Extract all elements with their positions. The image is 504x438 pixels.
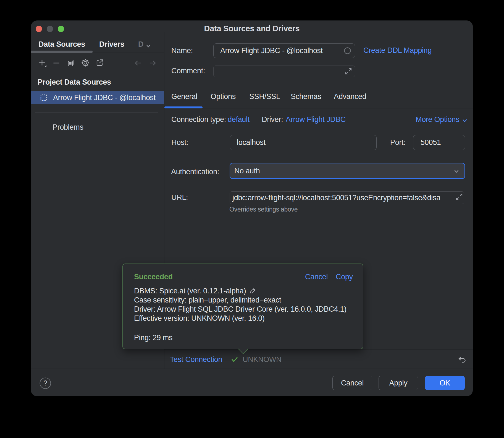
popup-line-effective: Effective version: UNKNOWN (ver. 16.0) — [134, 314, 265, 323]
add-button[interactable] — [38, 59, 47, 68]
url-hint: Overrides settings above — [229, 206, 298, 213]
name-label: Name: — [171, 46, 193, 55]
more-options-link[interactable]: More Options — [416, 115, 459, 124]
svg-text:?: ? — [43, 379, 47, 387]
data-source-item-label: Arrow Flight JDBC - @localhost — [53, 93, 156, 102]
sidebar-item-problems[interactable]: Problems — [53, 123, 83, 132]
data-source-list-item[interactable]: Arrow Flight JDBC - @localhost — [31, 91, 164, 104]
sidebar-section-header: Project Data Sources — [38, 78, 111, 87]
sidebar-tab-data-sources[interactable]: Data Sources — [38, 40, 85, 49]
test-connection-link[interactable]: Test Connection — [170, 355, 222, 364]
tab-general[interactable]: General — [171, 92, 197, 101]
sidebar-tabs-chevron-down-icon[interactable] — [145, 42, 152, 50]
apply-button-label: Apply — [389, 379, 407, 387]
authentication-label: Authentication: — [171, 168, 219, 176]
driver-icon — [40, 94, 48, 101]
name-value: Arrow Flight JDBC - @localhost — [220, 46, 323, 55]
url-label: URL: — [171, 193, 188, 202]
window-title: Data Sources and Drivers — [31, 24, 473, 33]
active-tab-underline — [164, 106, 203, 108]
remove-button[interactable] — [52, 59, 61, 68]
tab-options[interactable]: Options — [211, 92, 236, 101]
tabs-separator — [164, 108, 473, 108]
sidebar-tab-drivers[interactable]: Drivers — [99, 40, 124, 49]
authentication-select[interactable]: No auth — [230, 163, 465, 179]
port-label: Port: — [390, 138, 406, 147]
check-icon — [230, 355, 239, 364]
driver-label: Driver: — [262, 115, 283, 124]
test-connection-popup: Succeeded Cancel Copy DBMS: Spice.ai (ve… — [122, 264, 363, 349]
popup-copy-link[interactable]: Copy — [336, 273, 353, 281]
popup-line-case: Case sensitivity: plain=upper, delimited… — [134, 296, 281, 304]
authentication-chevron-icon[interactable] — [452, 167, 461, 175]
comment-expand-icon[interactable] — [344, 67, 353, 76]
dialog-window: Data Sources and Drivers Data Sources Dr… — [31, 20, 473, 396]
connection-type-label: Connection type: — [171, 115, 226, 124]
sidebar-tab-truncated[interactable]: D — [138, 40, 143, 49]
cancel-button-label: Cancel — [341, 379, 364, 387]
edit-pencil-icon[interactable] — [249, 287, 257, 295]
duplicate-button[interactable] — [66, 58, 76, 67]
help-button[interactable]: ? — [40, 377, 51, 389]
cancel-button[interactable]: Cancel — [332, 376, 372, 390]
port-input[interactable]: 50051 — [413, 135, 465, 150]
driver-value-link[interactable]: Arrow Flight JDBC — [286, 115, 346, 124]
connection-type-value[interactable]: default — [228, 115, 250, 124]
export-icon[interactable] — [95, 58, 105, 67]
url-input[interactable]: jdbc:arrow-flight-sql://localhost:50051?… — [230, 191, 464, 204]
footer-separator — [31, 369, 473, 369]
url-value: jdbc:arrow-flight-sql://localhost:50051?… — [232, 194, 440, 202]
ok-button-label: OK — [440, 379, 450, 387]
tab-schemas[interactable]: Schemas — [291, 92, 321, 101]
gear-icon[interactable] — [81, 58, 90, 67]
comment-input[interactable] — [213, 66, 355, 77]
forward-button[interactable] — [148, 59, 157, 68]
popup-notch — [238, 344, 248, 354]
popup-status: Succeeded — [134, 273, 173, 281]
create-ddl-mapping-link[interactable]: Create DDL Mapping — [363, 46, 432, 55]
popup-line-driver: Driver: Arrow Flight SQL JDBC Driver Cor… — [134, 305, 347, 314]
name-status-ring-icon — [344, 47, 351, 54]
host-label: Host: — [171, 138, 188, 147]
sidebar-separator — [35, 112, 158, 113]
popup-line-dbms: DBMS: Spice.ai (ver. 0.12.1-alpha) — [134, 287, 246, 295]
test-row-separator — [164, 350, 473, 350]
name-input[interactable]: Arrow Flight JDBC - @localhost — [213, 43, 355, 58]
popup-cancel-link[interactable]: Cancel — [305, 273, 328, 281]
test-result-text: UNKNOWN — [243, 355, 281, 364]
host-value: localhost — [237, 138, 266, 147]
apply-button[interactable]: Apply — [379, 376, 418, 390]
sidebar-active-tab-underline — [31, 51, 93, 53]
undo-icon[interactable] — [458, 354, 468, 364]
more-options-chevron-icon[interactable] — [461, 117, 469, 124]
popup-ping: Ping: 29 ms — [134, 333, 172, 342]
tab-advanced[interactable]: Advanced — [334, 92, 366, 101]
tab-ssh-ssl[interactable]: SSH/SSL — [249, 92, 280, 101]
authentication-value: No auth — [234, 167, 260, 175]
ok-button[interactable]: OK — [425, 376, 465, 390]
url-expand-icon[interactable] — [455, 192, 464, 201]
back-button[interactable] — [133, 59, 143, 68]
host-input[interactable]: localhost — [230, 135, 377, 150]
comment-label: Comment: — [171, 67, 205, 75]
port-value: 50051 — [421, 138, 441, 147]
